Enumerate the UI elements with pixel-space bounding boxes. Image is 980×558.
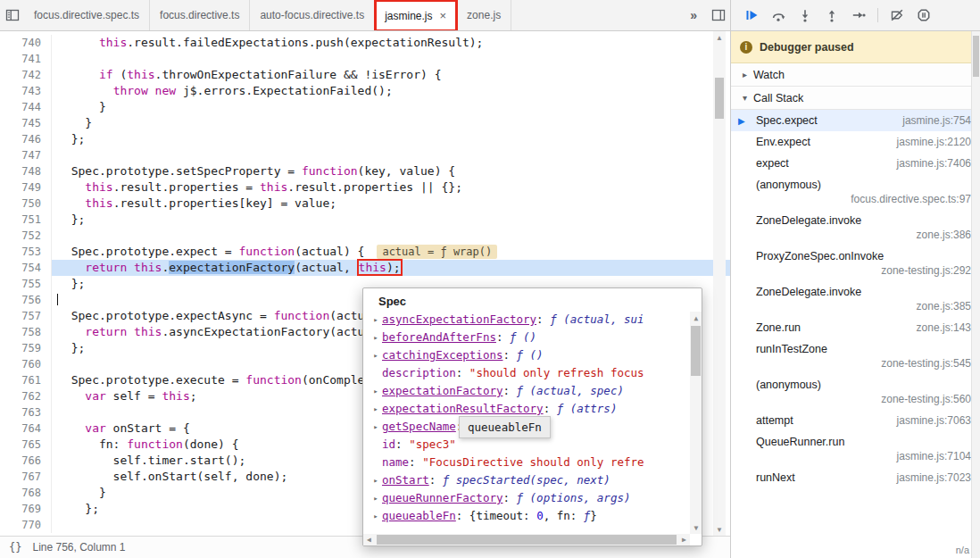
- line-number[interactable]: 756: [0, 292, 52, 308]
- line-number[interactable]: 745: [0, 115, 52, 131]
- popup-hscrollbar-thumb[interactable]: [377, 535, 677, 545]
- frame-location[interactable]: jasmine.js:7104: [763, 450, 971, 462]
- call-stack-frame[interactable]: ProxyZoneSpec.onInvokezone-testing.js:29…: [731, 246, 980, 281]
- code-text[interactable]: Spec.prototype.setSpecProperty = functio…: [52, 163, 730, 179]
- call-stack-frame[interactable]: ZoneDelegate.invokezone.js:385: [731, 281, 980, 317]
- line-number[interactable]: 755: [0, 276, 52, 292]
- frame-location[interactable]: zone.js:143: [917, 321, 971, 334]
- frame-location[interactable]: zone-testing.js:545: [763, 357, 971, 370]
- line-number[interactable]: 743: [0, 83, 52, 99]
- tab-jasmine.js[interactable]: jasmine.js×: [375, 0, 457, 30]
- call-stack-frame[interactable]: expectjasmine.js:7406: [731, 153, 980, 174]
- call-stack-frame[interactable]: Zone.runzone.js:143: [731, 317, 980, 338]
- code-text[interactable]: return this.expectationFactory(actual, t…: [52, 260, 730, 276]
- step-into-button[interactable]: [797, 7, 813, 23]
- step-over-button[interactable]: [770, 7, 786, 23]
- line-number[interactable]: 761: [0, 372, 52, 388]
- frame-location[interactable]: jasmine.js:754: [902, 114, 971, 127]
- line-number[interactable]: 744: [0, 99, 52, 115]
- property-row-queueableFn[interactable]: ▸queueableFn: {timeout: 0, fn: ƒ}: [370, 507, 702, 525]
- sidebar-scrollbar[interactable]: [971, 31, 980, 558]
- code-text[interactable]: this.result.properties[key] = value;: [52, 196, 730, 212]
- property-row-expectationResultFactory[interactable]: ▸expectationResultFactory: ƒ (attrs): [370, 400, 702, 418]
- disclosure-triangle-icon[interactable]: ▸: [370, 507, 382, 525]
- call-stack-frame[interactable]: runNextjasmine.js:7023: [731, 467, 980, 488]
- scroll-down-arrow-icon[interactable]: ▼: [713, 523, 726, 536]
- line-number[interactable]: 742: [0, 67, 52, 83]
- property-row-beforeAndAfterFns[interactable]: ▸beforeAndAfterFns: ƒ (): [370, 329, 702, 346]
- disclosure-triangle-icon[interactable]: ▸: [370, 311, 382, 329]
- line-number[interactable]: 760: [0, 356, 52, 372]
- pretty-print-icon[interactable]: {}: [9, 541, 21, 554]
- line-number[interactable]: 758: [0, 324, 52, 340]
- line-number[interactable]: 766: [0, 453, 52, 469]
- scroll-up-arrow-icon[interactable]: ▲: [713, 31, 726, 44]
- toggle-debugger-panel-button[interactable]: [706, 0, 730, 30]
- watch-section-header[interactable]: ▸ Watch: [731, 63, 980, 87]
- tab-focus.directive.ts[interactable]: focus.directive.ts: [150, 0, 250, 30]
- disclosure-triangle-icon[interactable]: ▸: [370, 471, 382, 489]
- popup-scrollbar-thumb[interactable]: [691, 326, 701, 376]
- frame-location[interactable]: focus.directive.spec.ts:97: [763, 193, 971, 205]
- call-stack-frame[interactable]: QueueRunner.runjasmine.js:7104: [731, 431, 980, 467]
- pause-on-exceptions-button[interactable]: [916, 7, 932, 23]
- line-number[interactable]: 746: [0, 131, 52, 147]
- disclosure-triangle-icon[interactable]: ▸: [370, 382, 382, 400]
- line-number[interactable]: 759: [0, 340, 52, 356]
- code-text[interactable]: };: [52, 212, 730, 228]
- disclosure-triangle-icon[interactable]: ▸: [370, 329, 382, 346]
- code-text[interactable]: [52, 147, 730, 163]
- popup-vertical-scrollbar[interactable]: ▲ ▼: [690, 312, 702, 534]
- resume-button[interactable]: [743, 7, 760, 23]
- disclosure-triangle-icon[interactable]: ▸: [370, 489, 382, 507]
- frame-location[interactable]: jasmine.js:2120: [897, 136, 971, 148]
- popup-scroll-down-icon[interactable]: ▼: [690, 521, 702, 534]
- line-number[interactable]: 765: [0, 437, 52, 453]
- line-number[interactable]: 750: [0, 196, 52, 212]
- editor-scrollbar-thumb[interactable]: [715, 78, 724, 119]
- code-text[interactable]: [52, 51, 730, 67]
- property-row-asyncExpectationFactory[interactable]: ▸asyncExpectationFactory: ƒ (actual, sui: [370, 311, 702, 329]
- property-row-queueRunnerFactory[interactable]: ▸queueRunnerFactory: ƒ (options, args): [370, 489, 702, 507]
- frame-location[interactable]: zone.js:385: [763, 300, 971, 312]
- step-button[interactable]: [851, 7, 867, 23]
- sidebar-scrollbar-thumb[interactable]: [973, 36, 979, 77]
- line-number[interactable]: 769: [0, 501, 52, 517]
- tab-auto-focus.directive.ts[interactable]: auto-focus.directive.ts: [250, 0, 375, 30]
- disclosure-triangle-icon[interactable]: ▸: [370, 400, 382, 418]
- frame-location[interactable]: jasmine.js:7063: [897, 414, 971, 427]
- call-stack-frame[interactable]: ▶Spec.expectjasmine.js:754: [731, 110, 980, 131]
- line-number[interactable]: 762: [0, 388, 52, 404]
- line-number[interactable]: 770: [0, 517, 52, 533]
- property-row-expectationFactory[interactable]: ▸expectationFactory: ƒ (actual, spec): [370, 382, 702, 400]
- code-text[interactable]: if (this.throwOnExpectationFailure && !i…: [52, 67, 730, 83]
- line-number[interactable]: 754: [0, 260, 52, 276]
- call-stack-frame[interactable]: (anonymous)focus.directive.spec.ts:97: [731, 174, 980, 210]
- line-number[interactable]: 753: [0, 244, 52, 260]
- disclosure-triangle-icon[interactable]: ▸: [370, 418, 382, 436]
- more-tabs-button[interactable]: »: [681, 0, 706, 30]
- call-stack-frame[interactable]: runInTestZonezone-testing.js:545: [731, 338, 980, 374]
- line-number[interactable]: 763: [0, 404, 52, 421]
- popup-horizontal-scrollbar[interactable]: ◀ ▶: [363, 534, 690, 546]
- code-text[interactable]: };: [52, 131, 730, 147]
- code-text[interactable]: }: [52, 99, 730, 115]
- code-text[interactable]: [52, 228, 730, 244]
- line-number[interactable]: 751: [0, 212, 52, 228]
- line-number[interactable]: 748: [0, 163, 52, 179]
- code-text[interactable]: this.result.properties = this.result.pro…: [52, 179, 730, 196]
- popup-scroll-up-icon[interactable]: ▲: [690, 312, 702, 324]
- line-number[interactable]: 740: [0, 35, 52, 51]
- line-number[interactable]: 768: [0, 485, 52, 501]
- line-number[interactable]: 752: [0, 228, 52, 244]
- editor-vertical-scrollbar[interactable]: ▲ ▼: [713, 31, 726, 536]
- call-stack-frame[interactable]: attemptjasmine.js:7063: [731, 410, 980, 431]
- popup-scroll-right-icon[interactable]: ▶: [678, 536, 690, 544]
- tab-focus.directive.spec.ts[interactable]: focus.directive.spec.ts: [24, 0, 150, 30]
- popup-scroll-left-icon[interactable]: ◀: [363, 536, 375, 544]
- step-out-button[interactable]: [824, 7, 840, 23]
- code-text[interactable]: this.result.failedExpectations.push(expe…: [52, 35, 730, 51]
- call-stack-section-header[interactable]: ▾ Call Stack: [731, 87, 980, 110]
- call-stack-frame[interactable]: ZoneDelegate.invokezone.js:386: [731, 210, 980, 246]
- frame-location[interactable]: zone-testing.js:292: [763, 264, 971, 277]
